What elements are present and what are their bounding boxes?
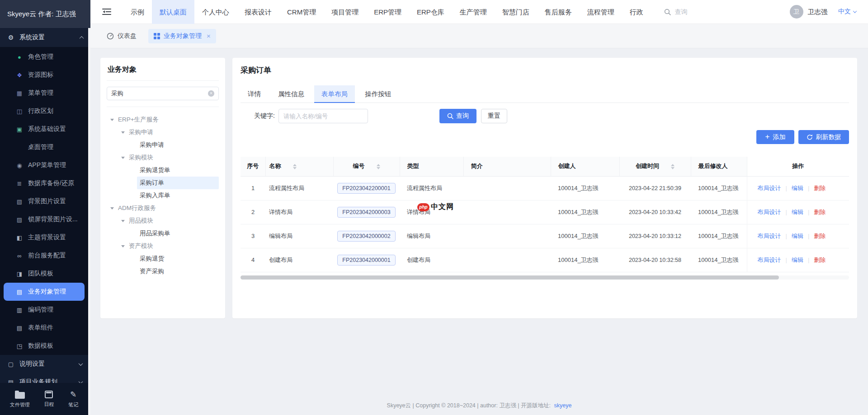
reset-button[interactable]: 重置 (481, 109, 507, 123)
sort-icon[interactable] (377, 164, 380, 169)
sidebar-item-lockscreen-image[interactable]: ▨锁屏背景图片设... (0, 210, 90, 228)
action-link-edit[interactable]: 编辑 (792, 256, 803, 263)
sidebar-tool-note[interactable]: ✎笔记 (68, 390, 78, 408)
action-link-edit[interactable]: 编辑 (792, 185, 803, 191)
action-link-edit[interactable]: 编辑 (792, 233, 803, 239)
caret-down-icon[interactable] (121, 157, 125, 159)
column-header[interactable]: 编号 (333, 157, 400, 176)
tree-node[interactable]: 资产采购 (107, 265, 219, 278)
nav-item[interactable]: 示例 (123, 0, 152, 24)
sidebar-item-background-image[interactable]: ▧背景图片设置 (0, 192, 90, 210)
nav-item[interactable]: 售后服务 (537, 0, 580, 24)
sidebar-item-role[interactable]: ●角色管理 (0, 48, 90, 66)
tree-node[interactable]: 资产模块 (107, 240, 219, 252)
action-link-edit[interactable]: 编辑 (792, 209, 803, 215)
action-link-delete[interactable]: 删除 (814, 256, 826, 263)
sort-icon[interactable] (671, 164, 675, 169)
nav-item[interactable]: 报表设计 (237, 0, 279, 24)
action-link-layout-design[interactable]: 布局设计 (758, 233, 781, 239)
sidebar-item-team-template[interactable]: ◨团队模板 (0, 265, 90, 283)
nav-item[interactable]: 流程管理 (580, 0, 622, 24)
sidebar-item-plain[interactable]: 桌面管理 (0, 138, 90, 156)
column-header[interactable]: 名称 (265, 157, 333, 176)
sidebar-section-system-settings[interactable]: ⚙ 系统设置 (0, 28, 90, 47)
tree-node[interactable]: 用品采购单 (107, 227, 219, 240)
nav-item[interactable]: 生产管理 (452, 0, 495, 24)
action-link-delete[interactable]: 删除 (814, 185, 826, 191)
column-header[interactable]: 创建人 (551, 157, 619, 176)
nav-item[interactable]: 行政 (622, 0, 651, 24)
opensource-link[interactable]: skyeye (554, 402, 572, 409)
column-header[interactable]: 类型 (400, 157, 463, 176)
language-switcher[interactable]: 中文 (838, 8, 856, 16)
column-header[interactable]: 最后修改人 (691, 157, 747, 176)
column-header[interactable]: 简介 (463, 157, 551, 176)
sidebar-tool-calendar[interactable]: 日程 (44, 391, 54, 408)
sidebar-item-theme-background[interactable]: ◧主题背景设置 (0, 228, 90, 247)
sidebar-tool-folder[interactable]: 文件管理 (10, 390, 30, 408)
collapse-menu-icon[interactable] (102, 8, 111, 15)
clear-icon[interactable]: × (208, 90, 214, 97)
sidebar-item-data-template[interactable]: ◳数据模板 (0, 337, 90, 355)
sidebar-item-form-component[interactable]: ▤表单组件 (0, 319, 90, 337)
global-search-input[interactable] (675, 8, 704, 15)
sidebar-item-app-menu[interactable]: ◉APP菜单管理 (0, 156, 90, 174)
detail-tab[interactable]: 表单布局 (314, 85, 355, 103)
sidebar-item-resource[interactable]: ❖资源图标 (0, 66, 90, 84)
query-button[interactable]: 查询 (439, 109, 476, 123)
tree-node-selected[interactable]: 采购订单 (137, 177, 219, 189)
column-header[interactable]: 操作 (747, 157, 849, 176)
tree-node[interactable]: 采购退货 (107, 252, 219, 265)
nav-item[interactable]: ERP管理 (366, 0, 409, 24)
action-link-layout-design[interactable]: 布局设计 (758, 185, 781, 191)
tree-node[interactable]: 采购申请 (107, 126, 219, 139)
sort-icon[interactable] (293, 164, 297, 169)
tab-business-object-manage[interactable]: 业务对象管理 × (148, 29, 216, 43)
caret-down-icon[interactable] (121, 220, 125, 222)
tab-dashboard[interactable]: 仪表盘 (103, 32, 137, 40)
sidebar-item-menu-manage[interactable]: ▦菜单管理 (0, 84, 90, 102)
refresh-button[interactable]: 刷新数据 (798, 130, 849, 144)
caret-down-icon[interactable] (121, 245, 125, 247)
action-link-delete[interactable]: 删除 (814, 209, 826, 215)
nav-item[interactable]: 项目管理 (324, 0, 366, 24)
caret-down-icon[interactable] (121, 131, 125, 134)
add-button[interactable]: + 添加 (756, 130, 794, 144)
sidebar-item-database[interactable]: ≣数据库备份/还原 (0, 174, 90, 192)
avatar[interactable]: 卫 (790, 5, 803, 19)
sidebar-item-region[interactable]: ◫行政区划 (0, 102, 90, 120)
tree-node[interactable]: ADM行政服务 (107, 202, 219, 214)
close-icon[interactable]: × (207, 33, 211, 39)
sidebar-section-collapsed[interactable]: ▢说明设置 (0, 355, 90, 373)
tree-node[interactable]: 采购申请 (107, 139, 219, 151)
column-header[interactable]: 创建时间 (619, 157, 691, 176)
caret-down-icon[interactable] (110, 207, 114, 210)
caret-down-icon[interactable] (110, 119, 114, 121)
detail-tab[interactable]: 详情 (241, 85, 268, 103)
action-link-delete[interactable]: 删除 (814, 233, 826, 239)
tree-search-input[interactable] (111, 90, 208, 97)
user-menu[interactable]: 卫 卫志强 中文 (790, 5, 857, 19)
tree-node[interactable]: 采购退货单 (107, 164, 219, 177)
nav-item[interactable]: CRM管理 (279, 0, 324, 24)
tree-node[interactable]: ERP+生产服务 (107, 113, 219, 126)
sidebar-item-business-object[interactable]: ▤业务对象管理 (4, 283, 85, 301)
nav-item[interactable]: ERP仓库 (409, 0, 452, 24)
nav-item[interactable]: 默认桌面 (152, 0, 194, 24)
tree-node[interactable]: 采购入库单 (107, 189, 219, 202)
sidebar-item-system-base[interactable]: ▣系统基础设置 (0, 120, 90, 138)
keyword-input[interactable] (278, 109, 368, 123)
scrollbar-thumb[interactable] (241, 275, 779, 280)
tree-search-box[interactable]: × (107, 87, 219, 100)
nav-item[interactable]: 个人中心 (194, 0, 237, 24)
tree-node[interactable]: 用品模块 (107, 214, 219, 227)
tree-node[interactable]: 采购模块 (107, 151, 219, 164)
action-link-layout-design[interactable]: 布局设计 (758, 256, 781, 263)
action-link-layout-design[interactable]: 布局设计 (758, 209, 781, 215)
column-header[interactable]: 序号 (241, 157, 265, 176)
nav-item[interactable]: 智慧门店 (495, 0, 537, 24)
detail-tab[interactable]: 操作按钮 (358, 85, 398, 103)
sidebar-item-coding-manage[interactable]: ▥编码管理 (0, 301, 90, 319)
sidebar-item-frontend-service[interactable]: ∞前台服务配置 (0, 247, 90, 265)
global-search[interactable] (664, 8, 704, 15)
